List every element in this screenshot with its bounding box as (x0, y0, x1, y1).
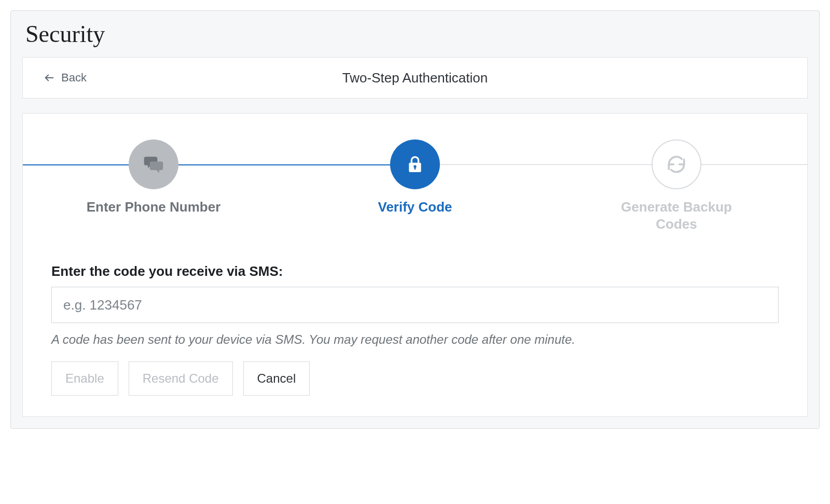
page-title: Security (25, 20, 819, 48)
arrow-left-icon (44, 72, 55, 83)
step-backup-codes: Generate Backup Codes (546, 139, 807, 232)
step-label: Generate Backup Codes (609, 199, 744, 232)
step-label: Enter Phone Number (87, 199, 221, 216)
chat-icon (129, 139, 178, 189)
header-card: Back Two-Step Authentication (22, 57, 808, 99)
refresh-icon (652, 139, 701, 189)
lock-icon (390, 139, 440, 189)
step-label: Verify Code (378, 199, 452, 216)
back-label: Back (61, 71, 87, 85)
resend-code-button[interactable]: Resend Code (129, 361, 233, 396)
svg-rect-3 (414, 167, 416, 170)
code-input[interactable] (51, 287, 779, 323)
cancel-button[interactable]: Cancel (243, 361, 310, 396)
code-input-label: Enter the code you receive via SMS: (51, 263, 779, 279)
step-verify-code: Verify Code (284, 139, 546, 216)
stepper: Enter Phone Number Verify Code (23, 139, 807, 232)
button-row: Enable Resend Code Cancel (51, 361, 779, 396)
enable-button[interactable]: Enable (51, 361, 118, 396)
code-hint: A code has been sent to your device via … (51, 332, 779, 347)
two-step-card: Enter Phone Number Verify Code (22, 113, 808, 417)
header-title: Two-Step Authentication (23, 70, 807, 86)
step-enter-phone: Enter Phone Number (23, 139, 284, 216)
back-button[interactable]: Back (44, 71, 87, 85)
verify-form: Enter the code you receive via SMS: A co… (23, 232, 807, 401)
security-panel: Security Back Two-Step Authentication (10, 10, 820, 429)
